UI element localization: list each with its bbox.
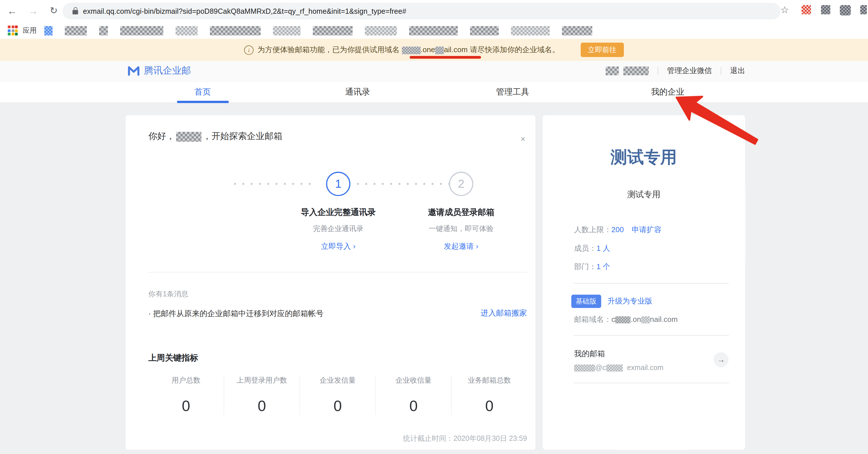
step-connector-dots — [231, 183, 317, 185]
lock-icon — [72, 10, 78, 14]
back-icon[interactable]: ← — [5, 4, 19, 18]
member-limit-label: 人数上限： — [574, 225, 611, 234]
domain-fragment: c — [611, 315, 615, 324]
members-value[interactable]: 1 人 — [596, 244, 610, 252]
forward-icon[interactable]: → — [26, 4, 40, 18]
members-label: 成员： — [574, 244, 596, 252]
mail-domain-row: 邮箱域名：c.onnail.com — [574, 315, 678, 325]
primary-nav: 首页 通讯录 管理工具 我的企业 — [0, 82, 868, 103]
redacted-domain-prefix — [402, 47, 421, 54]
step-desc: 一键通知，即可体验 — [400, 224, 522, 234]
metric-value: 0 — [224, 397, 300, 415]
redacted-email — [606, 365, 622, 372]
divider — [658, 67, 658, 75]
bookmark-item[interactable] — [365, 26, 397, 35]
my-mailbox-title: 我的邮箱 — [574, 349, 605, 359]
redacted-name — [176, 131, 202, 142]
email-fragment: @c — [595, 363, 606, 372]
greeting-suffix: ，开始探索企业邮箱 — [203, 131, 282, 141]
member-limit-row: 人数上限：200申请扩容 — [574, 225, 661, 235]
bookmark-star-icon[interactable]: ☆ — [780, 4, 789, 16]
redacted-domain — [615, 316, 630, 323]
members-row: 成员：1 人 — [574, 244, 610, 254]
step-title: 邀请成员登录邮箱 — [400, 207, 522, 218]
departments-label: 部门： — [574, 263, 596, 271]
my-email: @cexmail.com — [574, 363, 663, 372]
info-icon: i — [244, 45, 254, 55]
extension-icon[interactable] — [802, 5, 811, 14]
bookmark-item[interactable] — [44, 26, 53, 35]
bookmark-item[interactable] — [409, 26, 458, 35]
bookmark-item[interactable] — [470, 26, 499, 35]
tab-contacts[interactable]: 通讯录 — [345, 87, 370, 97]
send-invite-link[interactable]: 发起邀请 › — [400, 242, 522, 252]
bookmarks-bar: 应用 — [0, 22, 868, 39]
screen: ← → ↻ exmail.qq.com/cgi-bin/bizmail?sid=… — [0, 0, 868, 454]
metric-value: 0 — [376, 397, 451, 415]
bookmark-item[interactable] — [511, 26, 550, 35]
bookmarks-apps-label[interactable]: 应用 — [23, 26, 36, 35]
logout-link[interactable]: 退出 — [730, 66, 745, 76]
divider — [148, 272, 527, 273]
bookmark-item[interactable] — [313, 26, 353, 35]
redacted-domain — [641, 316, 650, 323]
company-name-small: 测试专用 — [542, 189, 745, 200]
refresh-icon[interactable]: ↻ — [46, 4, 61, 18]
metric-label: 上周登录用户数 — [224, 375, 300, 386]
divider — [721, 67, 721, 75]
bookmark-item[interactable] — [176, 26, 198, 35]
step-title: 导入企业完整通讯录 — [277, 207, 399, 218]
brand[interactable]: 腾讯企业邮 — [127, 64, 191, 77]
metrics-title: 上周关键指标 — [148, 353, 198, 363]
url-text[interactable]: exmail.qq.com/cgi-bin/bizmail?sid=poD89C… — [83, 7, 406, 15]
bookmark-item[interactable] — [120, 26, 163, 35]
extension-puzzle-icon[interactable] — [821, 5, 831, 14]
manage-wechat-link[interactable]: 管理企业微信 — [667, 66, 712, 76]
mail-migration-link[interactable]: 进入邮箱搬家 — [480, 308, 527, 319]
trial-domain: .oneail.com — [402, 46, 467, 54]
domain-fragment: .on — [630, 315, 641, 324]
departments-value[interactable]: 1 个 — [596, 263, 610, 271]
menu-icon[interactable] — [860, 5, 867, 14]
annotation-underline — [409, 56, 481, 59]
close-icon[interactable]: × — [521, 134, 525, 144]
metric-label: 企业收信量 — [376, 375, 451, 386]
exmail-logo-icon — [127, 65, 140, 77]
bookmark-item[interactable] — [273, 26, 301, 35]
apps-grid-icon[interactable] — [8, 26, 18, 35]
site-header: 腾讯企业邮 管理企业微信 退出 — [0, 61, 868, 82]
bookmark-item[interactable] — [210, 26, 261, 35]
import-now-link[interactable]: 立即导入 › — [277, 242, 399, 252]
metric-label: 企业发信量 — [300, 375, 375, 386]
greeting: 你好，，开始探索企业邮箱 — [148, 131, 282, 143]
bookmark-item[interactable] — [99, 26, 108, 35]
tab-home[interactable]: 首页 — [194, 87, 211, 97]
bookmark-item[interactable] — [65, 26, 87, 35]
metric-sent-mail: 企业发信量 0 — [299, 375, 375, 415]
profile-avatar-icon[interactable] — [840, 5, 851, 16]
tab-my-company[interactable]: 我的企业 — [651, 87, 684, 97]
address-bar[interactable]: exmail.qq.com/cgi-bin/bizmail?sid=poD89C… — [62, 3, 780, 20]
company-panel: 测试专用 测试专用 人数上限：200申请扩容 成员：1 人 部门：1 个 基础版… — [542, 115, 745, 450]
tab-admin-tools[interactable]: 管理工具 — [496, 87, 529, 97]
messages-header: 你有1条消息 — [148, 289, 188, 299]
onboarding-card: 你好，，开始探索企业邮箱 × 1 导入企业完整通讯录 完善企业通讯录 立即导入 … — [126, 115, 535, 450]
step-desc: 完善企业通讯录 — [277, 224, 399, 234]
metric-label: 业务邮箱总数 — [452, 375, 527, 386]
upgrade-link[interactable]: 升级为专业版 — [608, 297, 653, 305]
plan-badge: 基础版 — [571, 295, 601, 308]
plan-row: 基础版升级为专业版 — [571, 295, 652, 308]
departments-row: 部门：1 个 — [574, 262, 610, 272]
metric-value: 0 — [452, 397, 527, 415]
open-mailbox-button[interactable]: → — [714, 352, 728, 367]
domain-fragment: ail.com — [444, 46, 468, 54]
go-now-button[interactable]: 立即前往 — [581, 43, 624, 57]
request-expansion-link[interactable]: 申请扩容 — [632, 225, 661, 234]
bookmark-item[interactable] — [562, 26, 592, 35]
metrics-row: 用户总数 0 上周登录用户数 0 企业发信量 0 企业收信量 0 业务邮箱总数 … — [148, 375, 527, 415]
redacted-username — [606, 66, 619, 75]
divider — [574, 335, 728, 336]
banner-text-after: 请尽快添加你的企业域名。 — [470, 45, 559, 55]
domain-label: 邮箱域名： — [574, 315, 611, 324]
browser-toolbar: ← → ↻ exmail.qq.com/cgi-bin/bizmail?sid=… — [0, 0, 868, 22]
